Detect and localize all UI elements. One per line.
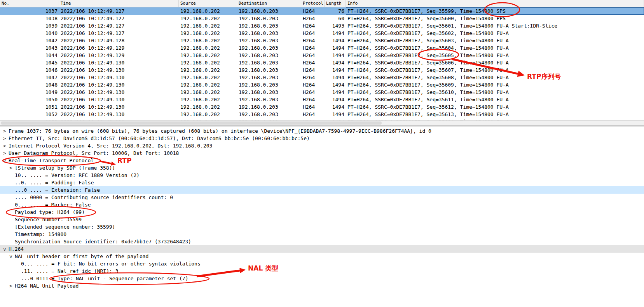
detail-text: H264 NAL Unit Payload [15, 283, 79, 289]
detail-text: NAL unit header or first byte of the pay… [15, 253, 148, 259]
detail-line[interactable]: Payload type: H264 (99) [0, 208, 644, 216]
collapsed-arrow-icon[interactable]: > [9, 282, 15, 290]
packet-row-1037[interactable]: 10372022/106 10:12:49.127192.168.0.20219… [0, 7, 644, 15]
cell-destination: 192.168.0.203 [237, 81, 301, 88]
detail-text: User Datagram Protocol, Src Port: 10006,… [9, 150, 179, 156]
cell-destination: 192.168.0.203 [237, 29, 301, 37]
cell-no: 1051 [0, 103, 59, 111]
detail-text: Internet Protocol Version 4, Src: 192.16… [9, 143, 212, 149]
hscrollbar-thumb[interactable] [1, 121, 382, 125]
column-header-protocol[interactable]: Protocol [301, 0, 325, 7]
cell-info: PT=H264, SSRC=0xDE7BB1E7, Seq=35610, Tim… [346, 88, 644, 96]
detail-line[interactable]: .11. .... = Nal_ref_idc (NRI): 3 [0, 267, 644, 275]
cell-source: 192.168.0.202 [179, 22, 237, 29]
detail-text: Sequence number: 35599 [15, 217, 82, 222]
expanded-arrow-icon[interactable]: v [3, 245, 9, 253]
cell-length: 1493 [325, 22, 346, 29]
packet-row-1052[interactable]: 10522022/106 10:12:49.130192.168.0.20219… [0, 111, 644, 118]
packet-detail-pane: >Frame 1037: 76 bytes on wire (608 bits)… [0, 127, 644, 307]
cell-no: 1052 [0, 111, 59, 118]
cell-source: 192.168.0.202 [179, 52, 237, 59]
detail-line[interactable]: >H264 NAL Unit Payload [0, 282, 644, 290]
cell-destination: 192.168.0.203 [237, 15, 301, 22]
collapsed-arrow-icon[interactable]: > [3, 142, 9, 149]
packet-row-1048[interactable]: 10482022/106 10:12:49.130192.168.0.20219… [0, 81, 644, 88]
detail-line[interactable]: Timestamp: 154800 [0, 231, 644, 238]
detail-line[interactable]: ..0. .... = Padding: False [0, 179, 644, 186]
packet-row-1039[interactable]: 10392022/106 10:12:49.127192.168.0.20219… [0, 22, 644, 29]
packet-row-1047[interactable]: 10472022/106 10:12:49.130192.168.0.20219… [0, 74, 644, 81]
detail-line[interactable]: vReal-Time Transport Protocol [0, 157, 644, 164]
detail-line[interactable]: vNAL unit header or first byte of the pa… [0, 253, 644, 260]
cell-destination: 192.168.0.203 [237, 44, 301, 52]
detail-line[interactable]: 10.. .... = Version: RFC 1889 Version (2… [0, 172, 644, 179]
column-header-info[interactable]: Info [346, 0, 644, 7]
cell-protocol: H264 [301, 111, 325, 118]
column-header-time[interactable]: Time [59, 0, 179, 7]
cell-time: 2022/106 10:12:49.130 [59, 59, 179, 66]
detail-text: Real-Time Transport Protocol [9, 158, 94, 163]
detail-text: .... 0000 = Contributing source identifi… [15, 194, 173, 200]
column-header-length[interactable]: Length [325, 0, 346, 7]
detail-line[interactable]: .... 0000 = Contributing source identifi… [0, 194, 644, 201]
cell-time: 2022/106 10:12:49.127 [59, 15, 179, 22]
detail-line[interactable]: >User Datagram Protocol, Src Port: 10006… [0, 149, 644, 157]
detail-text: .11. .... = Nal_ref_idc (NRI): 3 [21, 268, 118, 274]
packet-row-1043[interactable]: 10432022/106 10:12:49.129192.168.0.20219… [0, 44, 644, 52]
packet-row-1038[interactable]: 10382022/106 10:12:49.127192.168.0.20219… [0, 15, 644, 22]
detail-line[interactable]: vH.264 [0, 245, 644, 253]
cell-destination: 192.168.0.203 [237, 66, 301, 74]
detail-text: Synchronization Source identifier: 0xde7… [15, 239, 191, 245]
expanded-arrow-icon[interactable]: v [9, 253, 15, 260]
cell-length: 1494 [325, 52, 346, 59]
packet-row-1042[interactable]: 10422022/106 10:12:49.128192.168.0.20219… [0, 37, 644, 44]
detail-line[interactable]: [Extended sequence number: 35599] [0, 223, 644, 231]
collapsed-arrow-icon[interactable]: > [3, 149, 9, 157]
cell-info: PT=H264, SSRC=0xDE7BB1E7, Seq=35611, Tim… [346, 96, 644, 103]
cell-protocol: H264 [301, 59, 325, 66]
packet-row-1040[interactable]: 10402022/106 10:12:49.127192.168.0.20219… [0, 29, 644, 37]
cell-length: 1494 [325, 37, 346, 44]
detail-line[interactable]: >[Stream setup by SDP (frame 358)] [0, 164, 644, 172]
packet-row-1049[interactable]: 10492022/106 10:12:49.130192.168.0.20219… [0, 88, 644, 96]
detail-line[interactable]: >Internet Protocol Version 4, Src: 192.1… [0, 142, 644, 149]
packet-row-1050[interactable]: 10502022/106 10:12:49.130192.168.0.20219… [0, 96, 644, 103]
detail-line[interactable]: ...0 .... = Extension: False [0, 186, 644, 194]
detail-line[interactable]: Synchronization Source identifier: 0xde7… [0, 238, 644, 245]
cell-length: 60 [325, 15, 346, 22]
cell-length: 1494 [325, 74, 346, 81]
detail-line[interactable]: ...0 0111 = Type: NAL unit - Sequence pa… [0, 275, 644, 282]
column-header-destination[interactable]: Destination [237, 0, 301, 7]
cell-no: 1050 [0, 96, 59, 103]
cell-protocol: H264 [301, 37, 325, 44]
collapsed-arrow-icon[interactable]: > [3, 127, 9, 135]
detail-line[interactable]: >Ethernet II, Src: DavicomS_d3:1d:57 (00… [0, 135, 644, 142]
cell-source: 192.168.0.202 [179, 37, 237, 44]
packet-list-body: 10372022/106 10:12:49.127192.168.0.20219… [0, 7, 644, 120]
cell-time: 2022/106 10:12:49.130 [59, 66, 179, 74]
cell-info: PT=H264, SSRC=0xDE7BB1E7, Seq=35603, Tim… [346, 37, 644, 44]
cell-info: PT=H264, SSRC=0xDE7BB1E7, Seq=35602, Tim… [346, 29, 644, 37]
cell-info: PT=H264, SSRC=0xDE7BB1E7, Seq=35606, Tim… [346, 59, 644, 66]
expanded-arrow-icon[interactable]: v [3, 157, 9, 164]
cell-protocol: H264 [301, 22, 325, 29]
cell-info: PT=H264, SSRC=0xDE7BB1E7, Seq=35599, Tim… [346, 7, 644, 15]
detail-line[interactable]: 0... .... = F bit: No bit errors or othe… [0, 260, 644, 267]
detail-text: 10.. .... = Version: RFC 1889 Version (2… [15, 172, 140, 178]
collapsed-arrow-icon[interactable]: > [3, 135, 9, 142]
packet-row-1051[interactable]: 10512022/106 10:12:49.130192.168.0.20219… [0, 103, 644, 111]
collapsed-arrow-icon[interactable]: > [9, 164, 15, 172]
cell-time: 2022/106 10:12:49.130 [59, 81, 179, 88]
detail-line[interactable]: 0... .... = Marker: False [0, 201, 644, 208]
cell-no: 1040 [0, 29, 59, 37]
cell-protocol: H264 [301, 52, 325, 59]
cell-source: 192.168.0.202 [179, 7, 237, 15]
detail-line[interactable]: >Frame 1037: 76 bytes on wire (608 bits)… [0, 127, 644, 135]
detail-line[interactable]: Sequence number: 35599 [0, 216, 644, 223]
packet-row-1044[interactable]: 10442022/106 10:12:49.129192.168.0.20219… [0, 52, 644, 59]
cell-no: 1047 [0, 74, 59, 81]
column-header-source[interactable]: Source [179, 0, 237, 7]
column-header-no[interactable]: No. [0, 0, 59, 7]
packet-row-1046[interactable]: 10462022/106 10:12:49.130192.168.0.20219… [0, 66, 644, 74]
packet-row-1045[interactable]: 10452022/106 10:12:49.130192.168.0.20219… [0, 59, 644, 66]
